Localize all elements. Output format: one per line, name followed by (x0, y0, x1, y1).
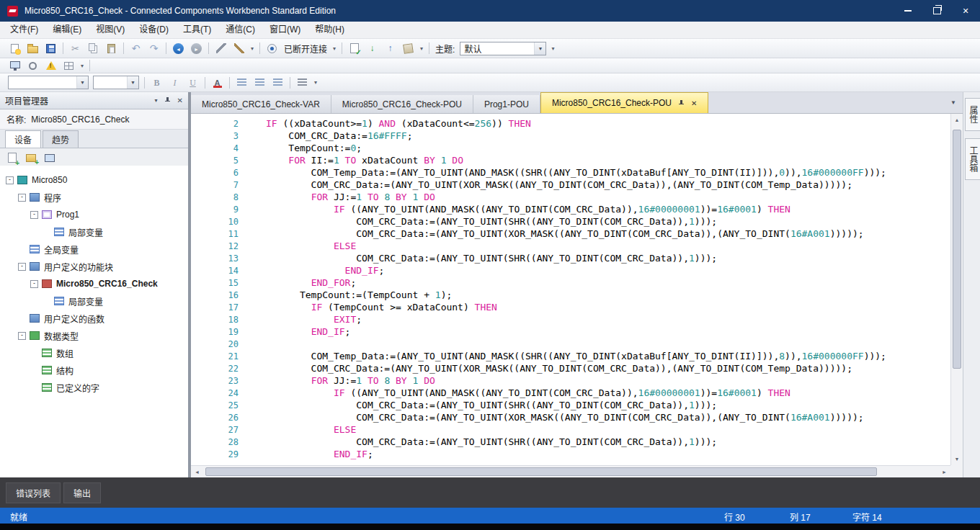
theme-select[interactable]: 默认▼ (460, 42, 546, 55)
vertical-scrollbar[interactable]: ▲ ▼ (950, 114, 963, 465)
size-select[interactable]: ▼ (93, 76, 139, 89)
save-button[interactable] (43, 41, 59, 56)
side-tab-2[interactable]: 工具箱 (965, 138, 980, 180)
hardware-view-button[interactable] (43, 151, 57, 165)
tree-expander-icon[interactable]: - (30, 211, 38, 219)
scroll-left-icon[interactable]: ◄ (191, 466, 203, 477)
tree-item[interactable]: -程序 (0, 189, 188, 206)
vertical-scroll-thumb[interactable] (953, 130, 961, 369)
warning-button[interactable] (43, 58, 59, 73)
toolbar-overflow-icon[interactable]: ▾ (420, 45, 423, 52)
bottom-tab-2[interactable]: 输出 (63, 482, 101, 503)
undo-button[interactable] (128, 41, 144, 56)
upload-button[interactable] (382, 41, 398, 56)
menu-item-8[interactable]: 帮助(H) (308, 22, 352, 38)
redo-button[interactable] (146, 41, 162, 56)
monitor-button[interactable] (6, 58, 23, 73)
tree-expander-icon[interactable]: - (18, 263, 26, 271)
verify-button[interactable] (346, 41, 362, 56)
horizontal-scrollbar[interactable]: ◄ ► (191, 465, 950, 477)
side-tab-1[interactable]: 属性 (965, 98, 980, 131)
tree-expander-icon[interactable]: - (18, 194, 26, 202)
toolbar-overflow-icon[interactable]: ▾ (81, 63, 84, 69)
minimize-button[interactable] (894, 0, 922, 22)
panel-menu-icon[interactable]: ▾ (155, 97, 158, 104)
align-left-button[interactable] (233, 75, 250, 90)
tree-item[interactable]: -用户定义的功能块 (0, 258, 188, 275)
align-right-button[interactable] (270, 75, 286, 90)
build-button[interactable] (231, 41, 247, 56)
editor-tab-4[interactable]: Micro850_CRC16_Check-POU✕ (540, 92, 708, 113)
connection-dot-button[interactable] (264, 41, 280, 56)
list-button[interactable] (294, 75, 311, 90)
diagnose-button[interactable] (400, 41, 416, 56)
tree-item[interactable]: -Micro850 (0, 171, 188, 189)
navigate-forward-button[interactable] (188, 41, 205, 56)
open-button[interactable] (24, 41, 41, 56)
code-editor[interactable]: 2IF ((xDataCount>=1) AND (xDataCount<=25… (191, 114, 950, 465)
dropdown-arrow-icon[interactable]: ▼ (76, 76, 88, 89)
font-color-button[interactable] (209, 75, 226, 90)
tree-expander-icon[interactable]: - (30, 280, 38, 288)
tree-item[interactable]: -Prog1 (0, 206, 188, 223)
tree-item[interactable]: -Micro850_CRC16_Check (0, 275, 188, 292)
tree-item[interactable]: 结构 (0, 361, 188, 379)
project-tab-2[interactable]: 趋势 (43, 130, 79, 148)
copy-button[interactable] (85, 41, 102, 56)
tree-item[interactable]: 用户定义的函数 (0, 310, 188, 327)
close-icon: ✕ (962, 6, 968, 16)
italic-button[interactable] (166, 75, 183, 90)
toolbar-overflow-icon[interactable]: ▾ (314, 79, 317, 86)
menu-item-6[interactable]: 通信(C) (218, 22, 262, 38)
menu-item-1[interactable]: 文件(F) (3, 22, 45, 38)
editor-tab-2[interactable]: Micro850_CRC16_Check-POU (331, 95, 473, 113)
add-item-button[interactable] (5, 151, 19, 165)
panel-close-icon[interactable]: ✕ (177, 96, 183, 104)
menu-item-3[interactable]: 视图(V) (89, 22, 132, 38)
scroll-up-icon[interactable]: ▲ (951, 114, 963, 126)
toolbar-overflow-icon[interactable]: ▾ (251, 45, 254, 52)
add-folder-button[interactable] (24, 151, 38, 165)
tree-item[interactable]: -数据类型 (0, 327, 188, 344)
navigate-back-button[interactable] (170, 41, 187, 56)
new-file-button[interactable] (6, 41, 23, 56)
tree-item[interactable]: 全局变量 (0, 241, 188, 258)
close-button[interactable]: ✕ (951, 0, 980, 22)
menu-item-5[interactable]: 工具(T) (176, 22, 218, 38)
tab-pin-icon[interactable] (678, 100, 685, 107)
wrench-button[interactable] (213, 41, 229, 56)
toolbar-overflow-icon[interactable]: ▾ (551, 45, 554, 52)
menu-item-4[interactable]: 设备(D) (132, 22, 176, 38)
tree-item[interactable]: 数组 (0, 344, 188, 361)
dropdown-arrow-icon[interactable]: ▼ (127, 76, 138, 89)
dropdown-arrow-icon[interactable]: ▼ (534, 42, 545, 55)
grid-button[interactable] (61, 58, 77, 73)
tree-item[interactable]: 局部变量 (0, 223, 188, 241)
scroll-down-icon[interactable]: ▼ (951, 453, 963, 465)
project-tab-1[interactable]: 设备 (5, 130, 41, 148)
menu-item-7[interactable]: 窗口(W) (262, 22, 308, 38)
menu-item-2[interactable]: 编辑(E) (45, 22, 89, 38)
scroll-right-icon[interactable]: ► (938, 466, 950, 477)
paste-button[interactable] (103, 41, 120, 56)
toolbar-overflow-icon[interactable]: ▾ (333, 45, 336, 52)
align-center-button[interactable] (251, 75, 268, 90)
bold-button[interactable] (148, 75, 165, 90)
style-select[interactable]: ▼ (8, 76, 89, 89)
cut-button[interactable] (67, 41, 84, 56)
restore-button[interactable] (922, 0, 951, 22)
tree-expander-icon[interactable]: - (6, 176, 14, 184)
tab-list-dropdown-icon[interactable]: ▼ (944, 99, 963, 106)
editor-tab-1[interactable]: Micro850_CRC16_Check-VAR (191, 95, 331, 113)
editor-tab-3[interactable]: Prog1-POU (473, 95, 540, 113)
download-button[interactable] (364, 41, 380, 56)
bottom-tab-1[interactable]: 错误列表 (6, 482, 61, 503)
tab-close-icon[interactable]: ✕ (691, 99, 697, 107)
panel-pin-icon[interactable] (164, 97, 171, 104)
tree-item[interactable]: 已定义的字 (0, 379, 188, 396)
horizontal-scroll-thumb[interactable] (205, 467, 877, 476)
underline-button[interactable] (184, 75, 201, 90)
tree-item[interactable]: 局部变量 (0, 292, 188, 310)
power-button[interactable] (24, 58, 41, 73)
tree-expander-icon[interactable]: - (18, 332, 26, 340)
